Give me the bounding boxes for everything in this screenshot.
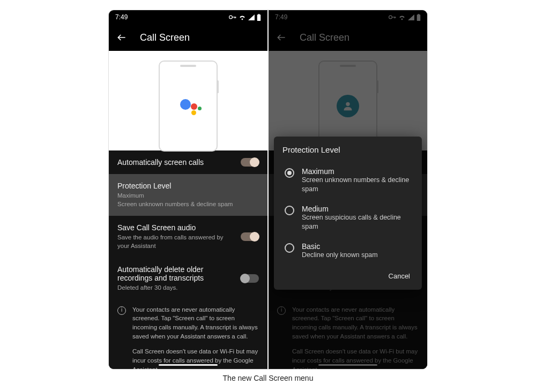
radio-sub: Screen unknown numbers & decline spam (302, 176, 413, 194)
dialog-title: Protection Level (282, 145, 415, 154)
radio-label: Medium (302, 205, 413, 213)
info-icon: i (117, 306, 126, 315)
setting-label: Protection Level (117, 182, 259, 190)
radio-label: Basic (302, 242, 378, 251)
battery-icon (257, 14, 261, 21)
status-bar: 7:49 (109, 10, 267, 24)
back-icon[interactable] (116, 32, 127, 43)
dialog-option-maximum[interactable]: Maximum Screen unknown numbers & decline… (282, 162, 415, 199)
assistant-logo-icon (177, 95, 199, 117)
toggle-save-audio[interactable] (241, 232, 259, 241)
hero-illustration (109, 51, 267, 150)
phone-frame-illustration (159, 61, 218, 152)
signal-icon (248, 14, 255, 20)
dialog-option-basic[interactable]: Basic Decline only known spam (282, 237, 415, 265)
cancel-button[interactable]: Cancel (383, 268, 415, 284)
info-text-1: Your contacts are never automatically sc… (132, 305, 259, 341)
setting-label: Save Call Screen audio (117, 223, 234, 232)
setting-value: Maximum Screen unknown numbers & decline… (117, 192, 259, 208)
toggle-auto-delete[interactable] (241, 274, 259, 283)
screenshot-pair: 7:49 Call Screen Automatically screen (108, 10, 428, 370)
status-icons (229, 14, 261, 21)
info-footer: i Your contacts are never automatically … (109, 300, 267, 369)
radio-sub: Screen suspicious calls & decline spam (302, 213, 413, 231)
toggle-auto-screen[interactable] (241, 158, 259, 167)
wifi-icon (239, 14, 246, 20)
radio-icon[interactable] (285, 168, 294, 178)
svg-rect-3 (235, 17, 236, 18)
settings-list: Automatically screen calls Protection Le… (109, 150, 267, 369)
setting-protection-level[interactable]: Protection Level Maximum Screen unknown … (109, 174, 267, 216)
setting-label: Automatically screen calls (117, 158, 234, 167)
image-caption: The new Call Screen menu (223, 374, 314, 382)
radio-icon[interactable] (285, 206, 294, 215)
dialog-option-medium[interactable]: Medium Screen suspicious calls & decline… (282, 199, 415, 237)
setting-label: Automatically delete older recordings an… (117, 265, 234, 282)
svg-rect-5 (258, 14, 260, 14)
radio-label: Maximum (302, 167, 413, 176)
setting-auto-delete[interactable]: Automatically delete older recordings an… (109, 258, 267, 300)
svg-point-0 (229, 16, 233, 19)
setting-save-audio[interactable]: Save Call Screen audio Save the audio fr… (109, 216, 267, 258)
page-title: Call Screen (140, 32, 190, 43)
vpn-key-icon (229, 14, 236, 20)
phone-right: 7:49 Call Screen Automatically screen ca… (269, 10, 427, 369)
status-time: 7:49 (115, 13, 128, 21)
svg-rect-4 (257, 14, 261, 21)
phone-left: 7:49 Call Screen Automatically screen (109, 10, 267, 369)
radio-sub: Decline only known spam (302, 251, 378, 260)
protection-level-dialog: Protection Level Maximum Screen unknown … (274, 137, 422, 290)
setting-auto-screen[interactable]: Automatically screen calls (109, 150, 267, 174)
radio-icon[interactable] (285, 243, 294, 253)
app-bar: Call Screen (109, 24, 267, 51)
svg-rect-2 (235, 17, 235, 18)
svg-rect-1 (232, 17, 236, 17)
setting-sub: Save the audio from calls answered by yo… (117, 233, 234, 250)
setting-sub: Deleted after 30 days. (117, 284, 234, 292)
home-indicator[interactable] (159, 364, 218, 366)
